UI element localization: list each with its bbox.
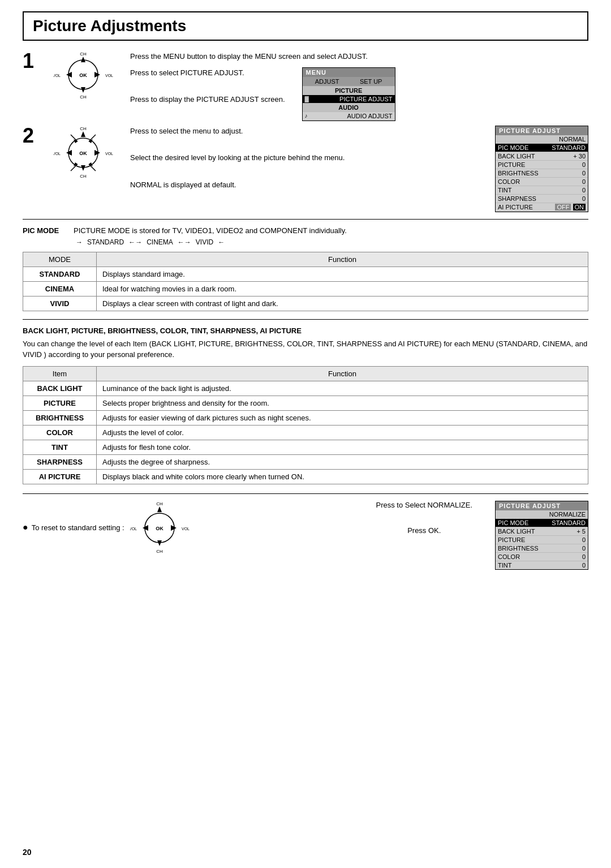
section2-instr2: Select the desired level by looking at t… bbox=[130, 152, 478, 164]
audio-header: AUDIO bbox=[303, 104, 395, 112]
picture-adjust-row: ▓ PICTURE ADJUST bbox=[303, 95, 395, 104]
pic-mode-label: PIC MODE bbox=[23, 226, 74, 235]
picture-header: PICTURE bbox=[303, 87, 395, 95]
item-function-col-header: Function bbox=[97, 366, 588, 381]
svg-text:CH: CH bbox=[80, 126, 87, 131]
svg-text:VOL: VOL bbox=[105, 152, 113, 156]
mode-col-header: MODE bbox=[23, 252, 97, 267]
svg-text:CH: CH bbox=[80, 174, 87, 179]
svg-marker-34 bbox=[171, 525, 177, 531]
svg-text:CH: CH bbox=[156, 501, 163, 506]
menu-title-1: MENU bbox=[303, 68, 395, 77]
svg-text:OK: OK bbox=[156, 526, 163, 531]
svg-marker-5 bbox=[66, 72, 72, 78]
bottom-instructions: Press to Select NORMALIZE. Press OK. bbox=[376, 501, 473, 535]
tint-row-2: TINT0 bbox=[496, 186, 588, 195]
back-light-row-2: BACK LIGHT+ 30 bbox=[496, 152, 588, 161]
svg-marker-8 bbox=[81, 87, 85, 93]
backlight-description: You can change the level of each Item (B… bbox=[23, 338, 588, 360]
sharpness-row-2: SHARPNESS0 bbox=[496, 195, 588, 203]
section2-instr1: Press to select the menu to adjust. bbox=[130, 126, 478, 137]
svg-text:OK: OK bbox=[79, 151, 87, 156]
picture-item-cell: PICTURE bbox=[23, 396, 97, 410]
section-divider-2 bbox=[23, 319, 588, 320]
tint-item-cell: TINT bbox=[23, 440, 97, 454]
bottom-section: ● To reset to standard setting : CH OK V… bbox=[23, 501, 588, 570]
tint-function-cell: Adjusts for flesh tone color. bbox=[97, 440, 588, 454]
vivid-function-cell: Displays a clear screen with contrast of… bbox=[97, 296, 588, 311]
brightness-function-cell: Adjusts for easier viewing of dark pictu… bbox=[97, 410, 588, 425]
step-2-number: 2 bbox=[23, 126, 45, 212]
svg-marker-1 bbox=[81, 57, 85, 62]
tint-row-3: TINT0 bbox=[496, 561, 588, 569]
svg-text:CH: CH bbox=[80, 94, 87, 99]
menu-title-2: PICTURE ADJUST bbox=[496, 126, 588, 135]
table-row: BACK LIGHT Luminance of the back light i… bbox=[23, 381, 588, 396]
normalize-instruction: Press to Select NORMALIZE. bbox=[376, 501, 473, 509]
bullet-icon: ● bbox=[23, 522, 28, 532]
remote-control-1: CH OK VOL VOL bbox=[54, 51, 116, 99]
menu-screen-3: PICTURE ADJUST NORMALIZE PIC MODESTANDAR… bbox=[495, 501, 588, 570]
pic-mode-description: PICTURE MODE is stored for TV, VIDEO1, V… bbox=[74, 226, 588, 235]
svg-text:CH: CH bbox=[80, 51, 87, 57]
table-row: BRIGHTNESS Adjusts for easier viewing of… bbox=[23, 410, 588, 425]
color-row-2: COLOR0 bbox=[496, 178, 588, 186]
pic-mode-row-3: PIC MODESTANDARD bbox=[496, 519, 588, 527]
cinema-mode-arrow: CINEMA bbox=[147, 238, 173, 246]
color-row-3: COLOR0 bbox=[496, 553, 588, 561]
sharpness-function-cell: Adjusts the degree of sharpness. bbox=[97, 454, 588, 469]
color-function-cell: Adjusts the level of color. bbox=[97, 425, 588, 440]
backlight-header: BACK LIGHT, PICTURE, BRIGHTNESS, COLOR, … bbox=[23, 326, 588, 335]
sharpness-item-cell: SHARPNESS bbox=[23, 454, 97, 469]
menu-tabs: ADJUST SET UP bbox=[303, 77, 395, 87]
svg-marker-6 bbox=[94, 72, 100, 78]
svg-text:CH: CH bbox=[156, 549, 163, 554]
svg-text:VOL: VOL bbox=[130, 527, 137, 531]
reset-instruction: To reset to standard setting : bbox=[32, 523, 124, 532]
color-item-cell: COLOR bbox=[23, 425, 97, 440]
brightness-row-2: BRIGHTNESS0 bbox=[496, 169, 588, 178]
page-title: Picture Adjustments bbox=[23, 11, 588, 41]
normalize-label: NORMALIZE bbox=[496, 510, 588, 519]
item-table: Item Function BACK LIGHT Luminance of th… bbox=[23, 366, 588, 484]
section-divider-1 bbox=[23, 219, 588, 220]
vivid-mode-cell: VIVID bbox=[23, 296, 97, 311]
section1-instr1: Press the MENU button to display the MEN… bbox=[130, 51, 395, 63]
picture-row-3: PICTURE0 bbox=[496, 536, 588, 544]
svg-marker-11 bbox=[81, 131, 85, 137]
section2-instr3: NORMAL is displayed at default. bbox=[130, 179, 478, 191]
pic-mode-section: PIC MODE PICTURE MODE is stored for TV, … bbox=[23, 226, 588, 246]
table-row: AI PICTURE Displays black and white colo… bbox=[23, 469, 588, 484]
section-divider-3 bbox=[23, 493, 588, 494]
table-row: TINT Adjusts for flesh tone color. bbox=[23, 440, 588, 454]
adjust-tab: ADJUST bbox=[315, 78, 339, 85]
picture-row-2: PICTURE0 bbox=[496, 161, 588, 169]
menu-screen-2: PICTURE ADJUST NORMAL PIC MODESTANDARD B… bbox=[495, 126, 588, 212]
standard-mode-cell: STANDARD bbox=[23, 267, 97, 281]
svg-marker-22 bbox=[81, 165, 85, 171]
normal-label: NORMAL bbox=[496, 135, 588, 144]
back-light-row-3: BACK LIGHT+ 5 bbox=[496, 527, 588, 536]
svg-marker-20 bbox=[94, 150, 100, 156]
brightness-row-3: BRIGHTNESS0 bbox=[496, 544, 588, 553]
standard-mode-arrow: STANDARD bbox=[87, 238, 124, 246]
function-col-header: Function bbox=[97, 252, 588, 267]
table-row: VIVID Displays a clear screen with contr… bbox=[23, 296, 588, 311]
svg-marker-29 bbox=[157, 506, 162, 512]
vivid-mode-arrow: VIVID bbox=[196, 238, 213, 246]
picture-function-cell: Selects proper brightness and density fo… bbox=[97, 396, 588, 410]
svg-marker-36 bbox=[157, 540, 162, 546]
ai-picture-item-cell: AI PICTURE bbox=[23, 469, 97, 484]
backlight-item-cell: BACK LIGHT bbox=[23, 381, 97, 396]
section1-instr2: Press to select PICTURE ADJUST. bbox=[130, 67, 285, 79]
table-row: STANDARD Displays standard image. bbox=[23, 267, 588, 281]
audio-adjust-row: ♪ AUDIO ADJUST bbox=[303, 112, 395, 121]
step-1-number: 1 bbox=[23, 51, 45, 121]
remote-control-3: CH OK VOL VOL CH bbox=[130, 501, 192, 555]
cinema-mode-cell: CINEMA bbox=[23, 281, 97, 296]
table-row: CINEMA Ideal for watching movies in a da… bbox=[23, 281, 588, 296]
table-row: COLOR Adjusts the level of color. bbox=[23, 425, 588, 440]
pic-mode-arrow-diagram: → STANDARD ←→ CINEMA ←→ VIVID ← bbox=[74, 238, 588, 246]
mode-table: MODE Function STANDARD Displays standard… bbox=[23, 252, 588, 311]
svg-text:VOL: VOL bbox=[54, 152, 61, 156]
